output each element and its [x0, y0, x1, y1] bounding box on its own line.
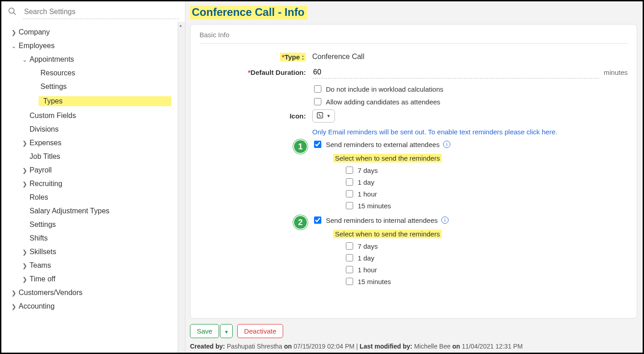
caret-down-icon: ▼: [326, 113, 331, 118]
nav-payroll[interactable]: ❯Payroll: [3, 163, 176, 177]
save-button[interactable]: Save: [190, 324, 219, 338]
chevron-down-icon: ⌄: [9, 43, 19, 49]
ext-15min[interactable]: [346, 202, 353, 209]
opt-label: 7 days: [358, 167, 378, 174]
opt-label: 15 minutes: [358, 202, 391, 210]
ext-1hour[interactable]: [346, 190, 353, 197]
int-1hour[interactable]: [346, 266, 353, 273]
int-1day[interactable]: [346, 254, 353, 261]
nav-recruiting[interactable]: ❯Recruiting: [3, 177, 176, 191]
badge-2: 2: [293, 215, 308, 230]
nav-customers[interactable]: ❯Customers/Vendors: [3, 286, 176, 300]
info-icon[interactable]: i: [441, 216, 449, 224]
nav-company[interactable]: ❯Company: [3, 25, 176, 39]
int-7days[interactable]: [346, 242, 353, 250]
int-15min[interactable]: [346, 278, 353, 285]
workload-checkbox[interactable]: [314, 85, 321, 93]
chevron-right-icon: ❯: [9, 303, 19, 310]
audit-meta: Created by: Pashupati Shrestha on 07/15/…: [190, 343, 637, 350]
ext-7days[interactable]: [346, 167, 353, 174]
icon-picker[interactable]: ▼: [312, 109, 335, 123]
type-label: Type :: [285, 53, 304, 61]
nav-custom-fields[interactable]: Custom Fields: [3, 109, 176, 123]
action-row: Save ▼ Deactivate: [190, 324, 637, 338]
nav-job-titles[interactable]: Job Titles: [3, 150, 176, 163]
chevron-down-icon: ⌄: [20, 56, 30, 63]
opt-label: 1 day: [358, 178, 374, 186]
opt-label: 7 days: [358, 242, 378, 250]
nav-appointments[interactable]: ⌄Appointments: [3, 53, 176, 66]
nav-employees[interactable]: ⌄Employees: [3, 39, 176, 53]
nav-teams[interactable]: ❯Teams: [3, 259, 176, 272]
chevron-right-icon: ❯: [9, 29, 19, 36]
ext-1day[interactable]: [346, 178, 353, 186]
nav-emp-settings[interactable]: Settings: [3, 218, 176, 231]
chevron-right-icon: ❯: [20, 249, 30, 256]
workload-label: Do not include in workload calculations: [326, 85, 443, 93]
nav-roles[interactable]: Roles: [3, 191, 176, 204]
search-row: [1, 1, 185, 22]
deactivate-button[interactable]: Deactivate: [237, 324, 283, 338]
external-reminders-label: Send reminders to external attendees: [326, 141, 439, 148]
external-hint: Select when to send the reminders: [333, 154, 442, 162]
opt-label: 1 hour: [358, 190, 377, 198]
nav-accounting[interactable]: ❯Accounting: [3, 300, 176, 313]
nav-shifts[interactable]: Shifts: [3, 231, 176, 245]
caret-down-icon: ▼: [224, 329, 229, 334]
settings-nav: ❯Company ⌄Employees ⌄Appointments Resour…: [1, 22, 178, 353]
opt-label: 1 hour: [358, 266, 377, 274]
save-dropdown[interactable]: ▼: [220, 324, 233, 338]
icon-label: Icon:: [290, 112, 306, 120]
internal-reminders-label: Send reminders to internal attendees: [326, 216, 438, 224]
chevron-right-icon: ❯: [9, 290, 19, 296]
page-title: Conference Call - Info: [190, 6, 307, 20]
chevron-right-icon: ❯: [20, 167, 30, 174]
chevron-right-icon: ❯: [20, 276, 30, 283]
chevron-right-icon: ❯: [20, 262, 30, 269]
opt-label: 15 minutes: [358, 278, 391, 285]
nav-types[interactable]: Types: [3, 93, 176, 109]
svg-rect-2: [317, 113, 323, 118]
nav-time-off[interactable]: ❯Time off: [3, 272, 176, 286]
basic-info-card: Basic Info *Type : Conference Call *Defa…: [190, 24, 637, 319]
nav-expenses[interactable]: ❯Expenses: [3, 136, 176, 150]
nav-skillsets[interactable]: ❯Skillsets: [3, 245, 176, 259]
candidates-label: Allow adding candidates as attendees: [326, 98, 440, 106]
sidebar-scrollbar[interactable]: [178, 22, 185, 353]
phone-icon: [316, 112, 324, 120]
info-icon[interactable]: i: [443, 141, 450, 148]
chevron-right-icon: ❯: [20, 181, 30, 187]
main-panel: Conference Call - Info Basic Info *Type …: [185, 1, 643, 353]
nav-salary-adj[interactable]: Salary Adjustment Types: [3, 204, 176, 218]
internal-hint: Select when to send the reminders: [333, 230, 442, 238]
svg-point-0: [9, 8, 15, 14]
search-input[interactable]: [23, 5, 179, 19]
reminder-notice-link[interactable]: Only Email reminders will be sent out. T…: [312, 128, 557, 136]
duration-label: Default Duration:: [250, 69, 306, 76]
badge-1: 1: [293, 139, 308, 154]
type-value: Conference Call: [312, 53, 364, 61]
search-icon: [8, 7, 17, 17]
nav-appt-settings[interactable]: Settings: [3, 80, 176, 93]
internal-reminders-checkbox[interactable]: [314, 216, 321, 224]
section-title: Basic Info: [200, 31, 628, 44]
external-reminders-checkbox[interactable]: [314, 141, 321, 148]
svg-line-1: [14, 13, 16, 15]
chevron-right-icon: ❯: [20, 140, 30, 147]
candidates-checkbox[interactable]: [314, 98, 321, 105]
opt-label: 1 day: [358, 254, 374, 262]
duration-unit: minutes: [604, 69, 628, 76]
nav-resources[interactable]: Resources: [3, 66, 176, 80]
settings-sidebar: ❯Company ⌄Employees ⌄Appointments Resour…: [1, 1, 185, 353]
duration-input[interactable]: [312, 66, 599, 79]
nav-divisions[interactable]: Divisions: [3, 123, 176, 136]
